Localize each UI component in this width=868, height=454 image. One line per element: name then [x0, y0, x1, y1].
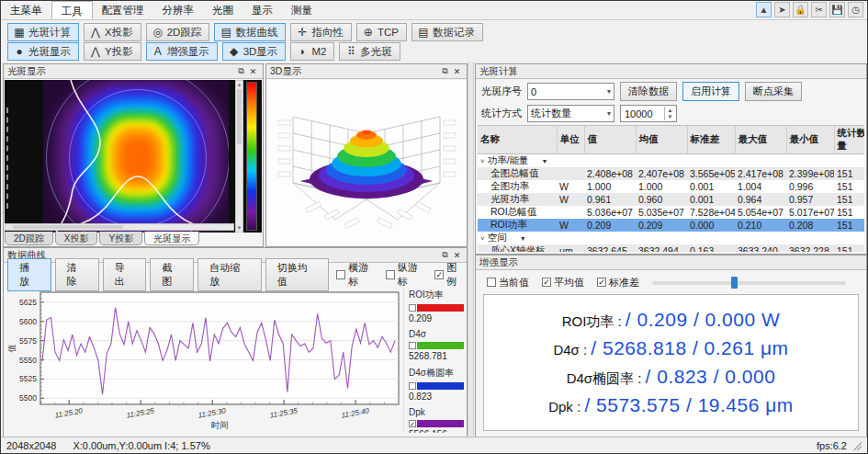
menu-item-config[interactable]: 配置管理	[93, 1, 153, 19]
table-row-ROI功率[interactable]: ROI功率W0.2090.2090.0000.2100.208151	[478, 219, 864, 232]
chevron-down-icon[interactable]: ▼	[520, 235, 526, 242]
close-icon[interactable]: ✕	[451, 249, 463, 261]
table-header-3[interactable]: 均值	[636, 126, 687, 154]
target-icon: ◎	[152, 26, 164, 39]
toolbar-btn-tcp[interactable]: ⊕TCP	[356, 23, 407, 41]
save-icon[interactable]: 💾	[829, 2, 845, 17]
table-header-0[interactable]: 名称	[478, 126, 557, 154]
data-curve-chart[interactable]: 55005525555055755600562511:25:2011:25:25…	[6, 287, 404, 436]
beam-tab-Y投影[interactable]: Y投影	[99, 232, 142, 245]
legend-value: 5268.781	[409, 351, 464, 361]
menu-item-resolution[interactable]: 分辨率	[153, 1, 204, 19]
spinner-arrows-icon[interactable]: ▲▼	[664, 107, 675, 120]
menu-item-aperture[interactable]: 光圈	[203, 1, 242, 19]
close-icon[interactable]: ✕	[451, 65, 463, 77]
table-cell: 2.399e+08	[786, 167, 834, 180]
table-header-5[interactable]: 最大值	[735, 126, 786, 154]
scissors-icon[interactable]: ✂	[811, 2, 827, 17]
font-size-slider[interactable]	[652, 276, 859, 289]
toolbar-btn-label: 增强显示	[167, 45, 209, 59]
toolbar-btn-enhanced-display[interactable]: A增强显示	[146, 42, 218, 61]
svg-text:11:25:25: 11:25:25	[126, 406, 155, 419]
beam-tab-光斑显示[interactable]: 光斑显示	[144, 232, 199, 245]
svg-text:时间: 时间	[211, 420, 229, 430]
collapse-arrow-icon[interactable]: ˅	[480, 157, 485, 165]
toolbar-btn-pointing[interactable]: ✛指向性	[290, 23, 352, 41]
menu-item-main[interactable]: 主菜单	[1, 1, 51, 19]
table-cell: ROI总幅值	[478, 206, 557, 219]
vertical-splitter[interactable]	[468, 62, 474, 436]
legend-checkbox[interactable]: ✓	[409, 420, 416, 427]
table-header-2[interactable]: 值	[584, 126, 636, 154]
calc-btn-enable-calc[interactable]: 启用计算	[682, 82, 739, 101]
3d-surface-plot[interactable]	[267, 80, 466, 245]
svg-text:11:25:35: 11:25:35	[269, 406, 299, 419]
table-header-4[interactable]: 标准差	[687, 126, 735, 154]
table-header-6[interactable]: 最小值	[786, 126, 834, 154]
legend-checkbox[interactable]	[409, 304, 416, 312]
toolbar-btn-label: 光斑计算	[28, 26, 71, 40]
slider-handle[interactable]	[731, 277, 738, 289]
stat-mode-select[interactable]: 统计数量▾	[527, 105, 614, 122]
menu-item-measure[interactable]: 测量	[282, 1, 321, 19]
chevron-down-icon[interactable]: ▼	[542, 158, 548, 165]
table-row-全图总幅值[interactable]: 全图总幅值2.408e+082.407e+083.565e+052.417e+0…	[478, 167, 864, 180]
pin-icon[interactable]: ➤	[774, 2, 790, 17]
toolbar-btn-y-projection[interactable]: ⋀Y投影	[84, 42, 141, 61]
table-row-光斑功率[interactable]: 光斑功率W0.9610.9600.0010.9640.957151	[478, 193, 864, 206]
checkbox-icon	[386, 270, 395, 279]
clock-icon[interactable]: ◷	[848, 2, 863, 17]
calc-results-table[interactable]: 名称单位值均值标准差最大值最小值统计数量˅功率/能量▼全图总幅值2.408e+0…	[478, 125, 864, 252]
chart-legend: ROI功率0.209D4σ5268.781D4σ椭圆率0.823Dpk✓5566…	[403, 289, 464, 433]
table-group-row[interactable]: ˅功率/能量▼	[478, 154, 864, 168]
close-icon[interactable]: ✕	[247, 65, 259, 77]
table-header-1[interactable]: 单位	[557, 126, 584, 154]
toolbar-btn-data-curve[interactable]: ▤数据曲线	[214, 23, 286, 41]
restore-icon[interactable]: ⧉	[439, 249, 451, 261]
data-curve-panel: 数据曲线 ⧉ ✕ 播放清除导出截图自动缩放切换均值横游标纵游标✓图例 55005…	[3, 247, 468, 437]
legend-checkbox[interactable]	[409, 342, 416, 349]
enh-current-value-checkbox[interactable]: 当前值	[487, 276, 529, 289]
calc-btn-clear-data[interactable]: 清除数据	[620, 82, 677, 101]
curve-legend-checkbox[interactable]: ✓图例	[434, 261, 467, 289]
table-row-ROI总幅值[interactable]: ROI总幅值5.036e+075.035e+077.528e+045.054e+…	[478, 206, 864, 219]
toolbar-btn-x-projection[interactable]: ⋀X投影	[84, 23, 141, 41]
curve-v-cursor-checkbox[interactable]: 纵游标	[386, 261, 428, 289]
restore-icon[interactable]: ⧉	[439, 65, 451, 77]
table-header-7[interactable]: 统计数量	[834, 126, 864, 154]
beam-image-area[interactable]: ▲▼	[5, 80, 262, 233]
svg-text:5600: 5600	[19, 317, 37, 326]
toolbar-btn-2d-track[interactable]: ◎2D跟踪	[146, 23, 210, 41]
enh-mean-value-checkbox[interactable]: ✓平均值	[542, 276, 584, 289]
collapse-triangle-icon[interactable]: ▲	[756, 2, 772, 17]
beam-vertical-scrollbar[interactable]: ▲▼	[235, 80, 243, 233]
toolbar-btn-multi-spot[interactable]: ⠿多光斑	[339, 42, 400, 61]
toolbar-btn-m2[interactable]: ◗M2	[290, 42, 334, 61]
stat-count-spinner[interactable]: 10000 ▲▼	[620, 105, 677, 122]
table-group-row[interactable]: ˅空间▼	[478, 232, 864, 244]
toolbar-btn-3d-display[interactable]: ◆3D显示	[222, 42, 287, 61]
toolbar-btn-spot-calc[interactable]: ▦光斑计算	[7, 23, 79, 41]
spot-seq-select[interactable]: 0▾	[527, 83, 614, 100]
enh-std-dev-checkbox[interactable]: ✓标准差	[597, 276, 639, 289]
menu-item-display[interactable]: 显示	[242, 1, 282, 19]
calc-btn-breakpoint-capture[interactable]: 断点采集	[745, 82, 802, 101]
checkbox-label: 当前值	[499, 276, 529, 289]
restore-icon[interactable]: ⧉	[235, 65, 247, 77]
menu-item-tools[interactable]: 工具	[51, 1, 93, 19]
beam-horizontal-scrollbar[interactable]	[5, 223, 234, 231]
legend-checkbox[interactable]	[409, 382, 416, 390]
resize-grip[interactable]	[852, 441, 862, 450]
checkbox-label: 标准差	[609, 276, 639, 289]
toolbar-btn-label: 多光斑	[360, 45, 392, 59]
curve-h-cursor-checkbox[interactable]: 横游标	[336, 261, 378, 289]
collapse-arrow-icon[interactable]: ˅	[480, 234, 485, 243]
table-row-质心X轴坐标[interactable]: 质心X轴坐标μm3632.6453632.4940.1633633.240363…	[478, 244, 864, 252]
toolbar-btn-spot-display[interactable]: ●光斑显示	[7, 42, 79, 61]
chevron-down-icon: ▾	[602, 109, 611, 118]
lock-icon[interactable]: 🔒	[793, 2, 808, 17]
beam-tab-X投影[interactable]: X投影	[55, 232, 98, 245]
beam-tab-2D跟踪[interactable]: 2D跟踪	[5, 232, 53, 245]
toolbar-btn-data-record[interactable]: ▤数据记录	[411, 23, 483, 41]
table-row-全图功率[interactable]: 全图功率W1.0001.0000.0011.0040.996151	[478, 180, 864, 193]
